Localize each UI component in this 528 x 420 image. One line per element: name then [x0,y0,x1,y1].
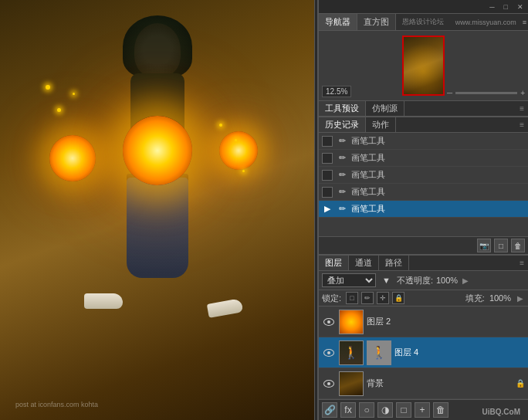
lock-icons: □ ✏ ✛ 🔒 [346,292,404,304]
top-toolbar: ─ □ ✕ [319,0,528,14]
sparkle [242,170,245,172]
tab-paths[interactable]: 路径 [379,256,409,270]
opacity-value[interactable]: 100% [436,276,458,285]
glow-orb-right [219,131,258,170]
history-item-selected[interactable]: ▶ ✏ 画笔工具 [319,201,528,218]
layer-item-layer4[interactable]: 🚶 🚶 图层 4 [319,337,528,368]
nav-thumb-inner [404,37,443,94]
minimize-button[interactable]: ─ [488,3,496,11]
glow-orb-left [49,135,96,181]
layers-menu-icon[interactable]: ≡ [516,257,528,269]
layer-thumb-orange [340,310,363,334]
lock-transparent-button[interactable]: □ [346,292,358,304]
tab-navigator[interactable]: 导航器 [319,14,357,30]
history-label: 画笔工具 [351,186,525,198]
navigator-section: 导航器 直方图 恩絡设计论坛 www.missyuan.com ≡ 12.5% … [319,14,528,101]
new-layer-button[interactable]: + [415,402,430,418]
zoom-out-button[interactable]: ─ [447,89,452,97]
layer-item-background[interactable]: 背景 🔒 [319,368,528,399]
layer-mask-thumbnail: 🚶 [367,340,391,365]
new-group-button[interactable]: □ [396,402,411,418]
opacity-text: 不透明度: [397,275,433,286]
close-button[interactable]: ✕ [516,3,525,11]
layer-lock-icon: 🔒 [516,379,525,388]
bottom-watermark: UiBQ.CoM [482,408,520,416]
layer-visibility-toggle[interactable] [322,346,336,360]
history-new-snapshot-button[interactable]: 📷 [477,239,491,252]
lock-position-button[interactable]: ✛ [377,292,389,304]
tab-histogram[interactable]: 直方图 [357,14,396,30]
brush-icon: ✏ [336,186,348,198]
site-label: 恩絡设计论坛 [398,15,448,29]
eye-icon [323,380,334,388]
right-panel: ─ □ ✕ 导航器 直方图 恩絡设计论坛 www.missyuan.com ≡ … [318,0,528,420]
history-label: 画笔工具 [351,169,525,181]
history-label: 画笔工具 [351,135,525,147]
fill-arrow[interactable]: ▶ [516,294,525,303]
canvas-watermark: post at iconfans.com kohta [15,401,98,408]
sparkle [219,124,222,127]
tab-layers[interactable]: 图层 [319,256,349,270]
opacity-label: ▼ [382,276,391,285]
history-new-document-button[interactable]: □ [494,239,508,252]
layers-controls: 叠加 ▼ 不透明度: 100% ▶ [319,271,528,290]
layer-item-layer2[interactable]: 图层 2 [319,307,528,337]
history-section: 历史记录 动作 ≡ ✏ 画笔工具 ✏ 画笔工具 [319,117,528,255]
maximize-button[interactable]: □ [503,3,509,11]
history-delete-button[interactable]: 🗑 [511,239,525,252]
tab-clone-source[interactable]: 仿制源 [366,101,404,116]
layer-thumb-bg [340,372,363,395]
link-layers-button[interactable]: 🔗 [322,402,337,418]
panel-menu-icon[interactable]: ≡ [521,19,528,26]
eye-icon [323,349,334,357]
eye-icon [323,318,334,326]
layer-thumb-figure: 🚶 [340,341,363,364]
zoom-in-button[interactable]: + [520,89,525,97]
tool-presets-menu-icon[interactable]: ≡ [516,103,528,114]
history-tab-bar: 历史记录 动作 ≡ [319,117,528,133]
new-adjustment-button[interactable]: ◑ [377,402,393,418]
zoom-slider-area: ─ + [447,89,525,97]
layer-name: 图层 2 [367,316,525,327]
history-item[interactable]: ✏ 画笔工具 [319,167,528,184]
history-list: ✏ 画笔工具 ✏ 画笔工具 ✏ 画笔工具 ✏ [319,133,528,236]
layer-visibility-toggle[interactable] [322,377,336,391]
tab-channels[interactable]: 通道 [349,256,379,270]
add-mask-button[interactable]: ○ [359,402,374,418]
layers-tab-bar: 图层 通道 路径 ≡ [319,255,528,271]
add-style-button[interactable]: fx [340,402,356,418]
tab-tool-presets[interactable]: 工具预设 [319,101,366,116]
mask-figure-icon: 🚶 [371,345,387,360]
lock-image-button[interactable]: ✏ [361,292,374,304]
brush-icon: ✏ [336,169,348,181]
history-item[interactable]: ✏ 画笔工具 [319,133,528,150]
figure-shoe-right [206,298,242,318]
layer-thumbnail [339,310,364,334]
lock-all-button[interactable]: 🔒 [392,292,404,304]
sparkle [235,139,237,141]
history-label-selected: 画笔工具 [351,203,525,215]
tab-history[interactable]: 历史记录 [319,117,366,132]
layer-thumbnail: 🚶 [339,340,364,365]
brush-icon: ✏ [336,135,348,147]
blend-mode-select[interactable]: 叠加 [322,273,376,287]
history-check [322,170,333,181]
opacity-arrow[interactable]: ▶ [461,276,470,285]
navigator-content: 12.5% ─ + [319,31,528,100]
navigator-thumbnail [402,36,445,96]
zoom-slider[interactable] [455,92,517,94]
history-item[interactable]: ✏ 画笔工具 [319,150,528,167]
fill-label: 填充: [465,293,485,304]
site-url: www.missyuan.com [451,16,521,29]
layer-visibility-toggle[interactable] [322,315,336,329]
fill-value[interactable]: 100% [489,293,511,303]
sparkle [57,108,61,112]
layer-name-selected: 图层 4 [394,347,525,358]
zoom-display: 12.5% [322,86,351,97]
tab-actions[interactable]: 动作 [366,117,396,132]
main-canvas: post at iconfans.com kohta [0,0,314,420]
history-item[interactable]: ✏ 画笔工具 [319,184,528,201]
history-label: 画笔工具 [351,152,525,164]
delete-layer-button[interactable]: 🗑 [433,402,448,418]
history-menu-icon[interactable]: ≡ [516,119,528,130]
